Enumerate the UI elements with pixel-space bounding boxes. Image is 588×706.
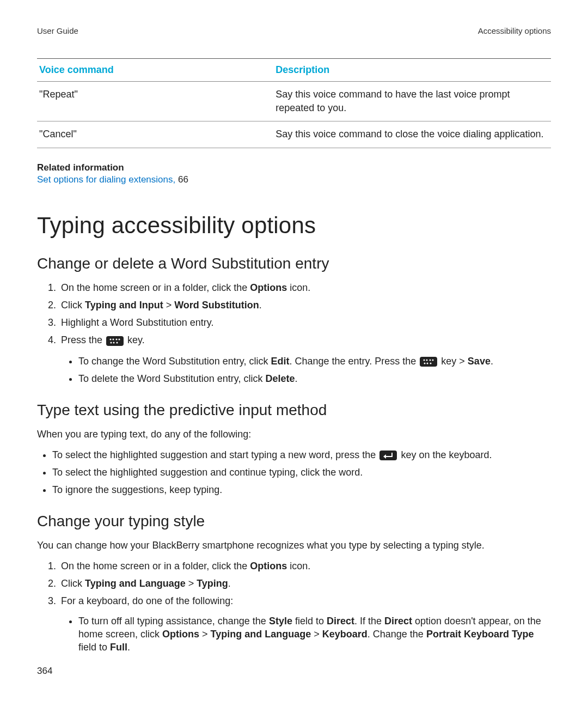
subheading-predictive-input: Type text using the predictive input met… <box>37 401 551 419</box>
text-bold: Full <box>110 642 127 653</box>
svg-point-9 <box>430 360 431 361</box>
table-row: "Cancel" Say this voice command to close… <box>37 121 551 148</box>
svg-point-6 <box>117 342 118 343</box>
subheading-change-word-substitution: Change or delete a Word Substitution ent… <box>37 255 551 272</box>
enter-key-icon <box>379 451 397 460</box>
bullet: To change the Word Substitution entry, c… <box>78 355 551 368</box>
text-bold: Portrait Keyboard Type <box>426 629 534 640</box>
steps-list: On the home screen or in a folder, click… <box>37 559 551 654</box>
text: . <box>228 578 231 589</box>
related-info-label: Related information <box>37 162 551 173</box>
text-bold: Typing and Language <box>211 629 311 640</box>
step: Press the key. To change the Word Substi… <box>59 333 551 385</box>
svg-point-1 <box>113 338 114 340</box>
step: Click Typing and Language > Typing. <box>59 577 551 590</box>
svg-point-12 <box>427 363 428 364</box>
text: icon. <box>287 282 310 293</box>
text-bold: Typing <box>197 578 228 589</box>
text: To delete the Word Substitution entry, c… <box>78 373 266 384</box>
text: On the home screen or in a folder, click… <box>61 561 250 571</box>
bb-menu-key-icon <box>420 357 437 367</box>
text: Click <box>61 300 85 311</box>
svg-point-13 <box>430 363 432 364</box>
text-bold: Options <box>250 282 287 293</box>
header-right: Accessibility options <box>478 26 551 35</box>
text-bold: Save <box>468 356 491 367</box>
text-bold: Typing and Input <box>85 300 163 311</box>
paragraph: You can change how your BlackBerry smart… <box>37 539 551 552</box>
sub-bullets: To turn off all typing assistance, chang… <box>61 614 551 654</box>
voice-command-cell: "Cancel" <box>37 121 273 148</box>
text: > <box>163 300 175 311</box>
step: On the home screen or in a folder, click… <box>59 281 551 294</box>
svg-point-8 <box>426 360 428 361</box>
text-bold: Direct <box>384 616 412 626</box>
text-bold: Word Substitution <box>174 300 259 311</box>
text: . <box>259 300 262 311</box>
voice-command-table: Voice command Description "Repeat" Say t… <box>37 58 551 148</box>
text: key. <box>127 334 145 345</box>
text: . Change the entry. Press the <box>290 356 419 367</box>
text: key on the keyboard. <box>401 449 492 460</box>
svg-point-3 <box>119 338 120 340</box>
svg-point-7 <box>424 360 425 361</box>
step: Click Typing and Input > Word Substituti… <box>59 299 551 312</box>
text-bold: Edit <box>271 356 290 367</box>
bullet: To turn off all typing assistance, chang… <box>78 614 551 654</box>
text: field to <box>292 616 327 626</box>
text: . If the <box>354 616 384 626</box>
text: Press the <box>61 334 105 345</box>
description-cell: Say this voice command to close the voic… <box>273 121 551 148</box>
text-bold: Keyboard <box>322 629 367 640</box>
text: . Change the <box>367 629 426 640</box>
svg-point-2 <box>116 338 118 340</box>
text: . <box>491 356 493 367</box>
bullet: To select the highlighted suggestion and… <box>52 448 551 461</box>
subheading-change-typing-style: Change your typing style <box>37 513 551 530</box>
related-link-page: 66 <box>178 174 188 185</box>
table-header-description: Description <box>273 59 551 82</box>
running-header: User Guide Accessibility options <box>37 26 551 58</box>
header-left: User Guide <box>37 26 78 35</box>
bullets: To select the highlighted suggestion and… <box>37 448 551 497</box>
text-bold: Options <box>250 561 287 571</box>
text-bold: Typing and Language <box>85 578 186 589</box>
section-heading-typing-accessibility: Typing accessibility options <box>37 212 551 239</box>
bullet: To delete the Word Substitution entry, c… <box>78 372 551 385</box>
svg-point-0 <box>110 338 112 340</box>
steps-list: On the home screen or in a folder, click… <box>37 281 551 386</box>
svg-point-10 <box>432 360 434 361</box>
voice-command-cell: "Repeat" <box>37 82 273 121</box>
page-number: 364 <box>37 666 52 677</box>
related-link[interactable]: Set options for dialing extensions, <box>37 174 178 185</box>
table-header-voice: Voice command <box>37 59 273 82</box>
paragraph: When you are typing text, do any of the … <box>37 428 551 441</box>
sub-bullets: To change the Word Substitution entry, c… <box>61 355 551 386</box>
text: To change the Word Substitution entry, c… <box>78 356 271 367</box>
text-bold: Delete <box>266 373 295 384</box>
text: . <box>127 642 130 653</box>
text-bold: Direct <box>327 616 354 626</box>
text: To select the highlighted suggestion and… <box>52 449 378 460</box>
text-bold: Options <box>162 629 199 640</box>
description-cell: Say this voice command to have the last … <box>273 82 551 121</box>
text: field to <box>78 642 110 653</box>
text: To turn off all typing assistance, chang… <box>78 616 269 626</box>
step: For a keyboard, do one of the following:… <box>59 594 551 654</box>
table-row: "Repeat" Say this voice command to have … <box>37 82 551 121</box>
text: Click <box>61 578 85 589</box>
text-bold: Style <box>269 616 292 626</box>
text: . <box>295 373 298 384</box>
bb-menu-key-icon <box>106 336 124 346</box>
step: Highlight a Word Substitution entry. <box>59 316 551 329</box>
svg-point-5 <box>113 342 115 343</box>
text: > <box>199 629 211 640</box>
step: On the home screen or in a folder, click… <box>59 559 551 573</box>
svg-point-11 <box>424 363 426 364</box>
text: > <box>186 578 197 589</box>
text: > <box>311 629 322 640</box>
svg-point-4 <box>111 342 112 343</box>
bullet: To select the highlighted suggestion and… <box>52 466 551 479</box>
bullet: To ignore the suggestions, keep typing. <box>52 483 551 496</box>
text: key > <box>441 356 468 367</box>
